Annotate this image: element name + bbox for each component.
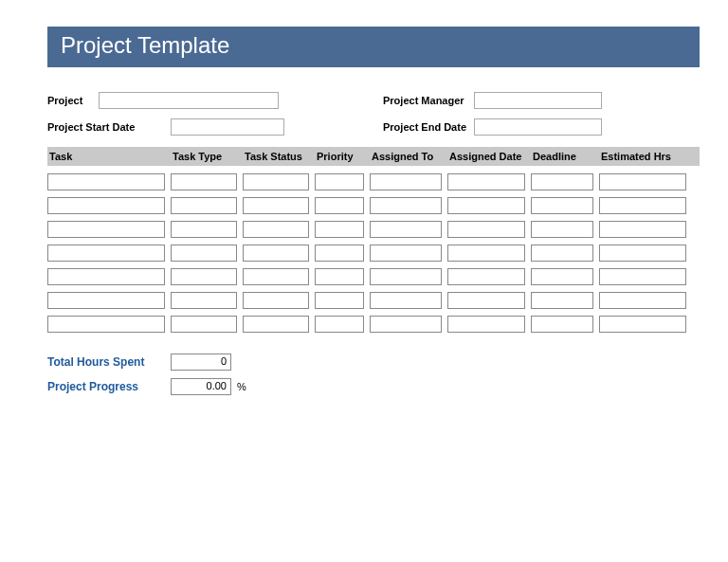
cell-assigned-to[interactable] <box>370 221 442 238</box>
cell-task[interactable] <box>47 245 165 262</box>
col-estimated-hrs: Estimated Hrs <box>599 151 686 162</box>
table-header: Task Task Type Task Status Priority Assi… <box>47 147 700 166</box>
cell-assigned-date[interactable] <box>447 197 525 214</box>
project-meta: Project Project Manager Project Start Da… <box>47 92 700 136</box>
cell-task-type[interactable] <box>171 268 237 285</box>
cell-task[interactable] <box>47 197 165 214</box>
cell-estimated-hrs[interactable] <box>599 245 686 262</box>
col-assigned-date: Assigned Date <box>447 151 531 162</box>
page-title: Project Template <box>47 27 700 67</box>
cell-task-status[interactable] <box>243 292 309 309</box>
cell-priority[interactable] <box>315 268 364 285</box>
project-manager-label: Project Manager <box>383 95 474 106</box>
project-end-date-label: Project End Date <box>383 121 474 133</box>
table-row <box>47 292 700 309</box>
cell-priority[interactable] <box>315 245 364 262</box>
cell-estimated-hrs[interactable] <box>599 221 686 238</box>
cell-assigned-to[interactable] <box>370 292 442 309</box>
cell-task-status[interactable] <box>243 245 309 262</box>
cell-estimated-hrs[interactable] <box>599 268 686 285</box>
total-hours-label: Total Hours Spent <box>47 355 171 369</box>
cell-task[interactable] <box>47 221 165 238</box>
cell-priority[interactable] <box>315 316 364 333</box>
cell-task-type[interactable] <box>171 197 237 214</box>
project-progress-value[interactable]: 0.00 <box>171 378 231 395</box>
cell-priority[interactable] <box>315 221 364 238</box>
cell-estimated-hrs[interactable] <box>599 173 686 190</box>
table-row <box>47 173 700 190</box>
cell-task[interactable] <box>47 268 165 285</box>
cell-assigned-date[interactable] <box>447 268 525 285</box>
cell-assigned-date[interactable] <box>447 221 525 238</box>
col-assigned-to: Assigned To <box>370 151 447 162</box>
project-input[interactable] <box>99 92 279 109</box>
project-start-date-label: Project Start Date <box>47 121 171 133</box>
cell-assigned-to[interactable] <box>370 197 442 214</box>
cell-assigned-to[interactable] <box>370 268 442 285</box>
cell-task-type[interactable] <box>171 316 237 333</box>
project-end-date-input[interactable] <box>474 118 602 136</box>
cell-priority[interactable] <box>315 197 364 214</box>
cell-assigned-to[interactable] <box>370 245 442 262</box>
cell-assigned-to[interactable] <box>370 173 442 190</box>
cell-task-status[interactable] <box>243 197 309 214</box>
cell-assigned-date[interactable] <box>447 292 525 309</box>
cell-task[interactable] <box>47 292 165 309</box>
table-row <box>47 245 700 262</box>
col-deadline: Deadline <box>531 151 599 162</box>
cell-assigned-date[interactable] <box>447 173 525 190</box>
table-row <box>47 316 700 333</box>
project-progress-label: Project Progress <box>47 380 171 393</box>
table-row <box>47 268 700 285</box>
cell-assigned-date[interactable] <box>447 316 525 333</box>
cell-task-type[interactable] <box>171 245 237 262</box>
cell-deadline[interactable] <box>531 268 593 285</box>
total-hours-value[interactable]: 0 <box>171 354 231 371</box>
cell-estimated-hrs[interactable] <box>599 197 686 214</box>
cell-deadline[interactable] <box>531 245 593 262</box>
col-task: Task <box>47 151 171 162</box>
cell-assigned-date[interactable] <box>447 245 525 262</box>
cell-task-status[interactable] <box>243 268 309 285</box>
percent-symbol: % <box>237 381 246 392</box>
cell-deadline[interactable] <box>531 221 593 238</box>
col-task-status: Task Status <box>243 151 315 162</box>
col-task-type: Task Type <box>171 151 243 162</box>
cell-task-status[interactable] <box>243 173 309 190</box>
cell-estimated-hrs[interactable] <box>599 292 686 309</box>
cell-assigned-to[interactable] <box>370 316 442 333</box>
col-priority: Priority <box>315 151 370 162</box>
summary-section: Total Hours Spent 0 Project Progress 0.0… <box>47 354 700 395</box>
cell-estimated-hrs[interactable] <box>599 316 686 333</box>
table-row <box>47 221 700 238</box>
cell-task-type[interactable] <box>171 221 237 238</box>
project-start-date-input[interactable] <box>171 118 284 136</box>
project-label: Project <box>47 95 99 106</box>
project-manager-input[interactable] <box>474 92 602 109</box>
cell-task-status[interactable] <box>243 316 309 333</box>
table-row <box>47 197 700 214</box>
cell-task-status[interactable] <box>243 221 309 238</box>
cell-task-type[interactable] <box>171 173 237 190</box>
cell-priority[interactable] <box>315 173 364 190</box>
cell-task[interactable] <box>47 316 165 333</box>
cell-task-type[interactable] <box>171 292 237 309</box>
task-table: Task Task Type Task Status Priority Assi… <box>47 147 700 333</box>
cell-deadline[interactable] <box>531 197 593 214</box>
cell-priority[interactable] <box>315 292 364 309</box>
cell-deadline[interactable] <box>531 173 593 190</box>
cell-deadline[interactable] <box>531 292 593 309</box>
cell-task[interactable] <box>47 173 165 190</box>
cell-deadline[interactable] <box>531 316 593 333</box>
